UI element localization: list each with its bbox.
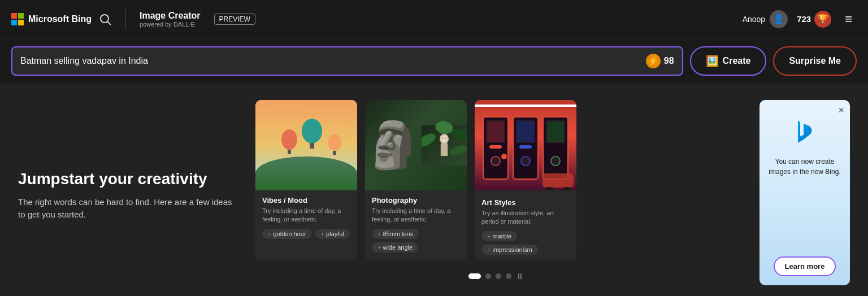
svg-rect-12 [310, 143, 314, 149]
header-divider [125, 9, 126, 29]
svg-point-11 [302, 119, 322, 143]
svg-point-8 [255, 171, 306, 190]
cards-row: Vibes / Mood Try including a time of day… [255, 100, 737, 260]
tag-wide-angle[interactable]: wide angle [372, 242, 418, 253]
card-vibes[interactable]: Vibes / Mood Try including a time of day… [255, 100, 357, 260]
header-left: Microsoft Bing Image Creator powered by … [11, 9, 255, 29]
main-content: Jumpstart your creativity The right word… [0, 84, 868, 296]
create-button-icon: 🖼️ [706, 55, 718, 67]
dot-4[interactable] [506, 273, 511, 279]
card-art-styles[interactable]: Art Styles Try an illustration style, ar… [475, 100, 576, 260]
boost-count: 98 [664, 56, 674, 66]
card-art-image [475, 100, 576, 193]
svg-rect-2 [11, 20, 17, 25]
svg-rect-14 [333, 151, 336, 155]
app-subtitle: powered by DALL·E [140, 21, 201, 28]
hamburger-button[interactable]: ≡ [840, 10, 857, 29]
preview-badge: PREVIEW [214, 14, 255, 25]
jumpstart-title: Jumpstart your creativity [18, 170, 233, 188]
search-area: ⚡ 98 🖼️ Create Surprise Me [0, 38, 868, 84]
tag-golden-hour[interactable]: golden hour [262, 229, 312, 239]
card-vibes-info: Vibes / Mood Try including a time of day… [255, 190, 357, 245]
card-vibes-image [255, 100, 357, 190]
dot-2[interactable] [485, 273, 491, 279]
svg-rect-39 [519, 145, 532, 149]
dot-1[interactable] [468, 273, 481, 279]
svg-rect-32 [489, 145, 502, 149]
pagination: ⏸ [255, 272, 737, 281]
card-art-desc: Try an illustration style, art period or… [481, 209, 570, 227]
svg-rect-6 [255, 100, 357, 190]
app-title-block: Image Creator powered by DALL·E [140, 11, 201, 28]
svg-point-23 [442, 137, 444, 140]
svg-point-9 [281, 129, 297, 150]
card-photography-title: Photography [372, 196, 460, 204]
card-photography-info: Photography Try including a time of day,… [365, 190, 467, 258]
svg-rect-44 [547, 121, 564, 142]
svg-rect-31 [487, 121, 504, 142]
tag-impressionism[interactable]: impressionism [481, 245, 538, 255]
svg-rect-3 [18, 20, 24, 25]
tag-85mm[interactable]: 85mm lens [372, 229, 419, 239]
svg-point-7 [255, 162, 357, 190]
svg-rect-1 [18, 13, 24, 19]
tag-playful[interactable]: playful [315, 229, 350, 239]
card-photography[interactable]: Photography Try including a time of day,… [365, 100, 467, 260]
card-photography-desc: Try including a time of day, a feeling, … [372, 207, 460, 224]
app-title: Image Creator [140, 11, 201, 21]
svg-rect-46 [542, 173, 574, 188]
ms-bing-logo[interactable]: Microsoft Bing [11, 13, 92, 25]
svg-rect-10 [288, 150, 291, 154]
avatar: 👤 [770, 10, 788, 28]
tag-marble[interactable]: marble [481, 231, 517, 241]
ad-close-button[interactable]: × [838, 105, 844, 116]
boost-section: ⚡ 98 [646, 54, 674, 68]
svg-point-13 [328, 134, 341, 151]
svg-point-33 [491, 156, 500, 166]
svg-point-22 [441, 136, 448, 142]
search-input[interactable] [20, 56, 640, 66]
card-photography-tags: 85mm lens wide angle [372, 229, 460, 253]
boost-icon: ⚡ [646, 54, 661, 68]
ad-panel: × You can now create images in the new B… [760, 100, 850, 285]
svg-point-45 [551, 156, 560, 166]
user-name: Anoop [743, 15, 765, 24]
pause-icon[interactable]: ⏸ [516, 272, 524, 281]
svg-line-5 [108, 21, 111, 25]
trophy-icon: 🏆 [814, 11, 831, 28]
surprise-button[interactable]: Surprise Me [773, 46, 857, 76]
card-vibes-desc: Try including a time of day, a feeling, … [262, 207, 350, 224]
card-art-tags: marble impressionism [481, 231, 570, 255]
cards-section: Vibes / Mood Try including a time of day… [255, 100, 737, 285]
card-vibes-title: Vibes / Mood [262, 196, 350, 204]
header-right: Anoop 👤 723 🏆 ≡ [743, 10, 857, 29]
windows-icon [11, 13, 24, 25]
jumpstart-description: The right words can be hard to find. Her… [18, 196, 233, 221]
coins-count: 723 [797, 14, 811, 24]
create-button[interactable]: 🖼️ Create [690, 46, 767, 76]
header: Microsoft Bing Image Creator powered by … [0, 0, 868, 38]
user-section[interactable]: Anoop 👤 [743, 10, 788, 28]
left-section: Jumpstart your creativity The right word… [18, 100, 233, 285]
search-input-wrapper: ⚡ 98 [11, 46, 683, 76]
svg-rect-0 [11, 13, 17, 19]
search-icon[interactable] [98, 12, 112, 26]
photo-svg [422, 100, 467, 190]
dot-3[interactable] [496, 273, 501, 279]
bing-logo [788, 115, 822, 149]
svg-point-34 [501, 154, 507, 159]
vibes-svg [255, 100, 357, 190]
svg-rect-27 [475, 105, 576, 107]
svg-rect-38 [517, 121, 534, 142]
coins-section[interactable]: 723 🏆 [797, 11, 831, 28]
card-vibes-tags: golden hour playful [262, 229, 350, 239]
card-photography-image [365, 100, 467, 190]
svg-rect-21 [441, 143, 448, 156]
create-button-label: Create [723, 56, 751, 66]
learn-more-button[interactable]: Learn more [774, 256, 836, 276]
svg-point-4 [101, 15, 108, 23]
card-art-info: Art Styles Try an illustration style, ar… [475, 193, 576, 260]
svg-point-24 [445, 137, 446, 140]
card-art-title: Art Styles [481, 198, 570, 207]
art-svg [475, 100, 576, 190]
